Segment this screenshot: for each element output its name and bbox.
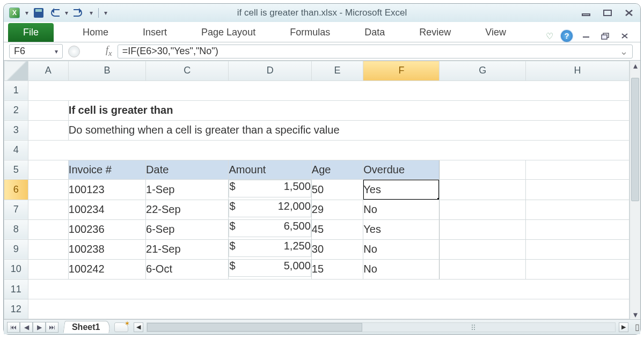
cell[interactable]	[525, 239, 629, 259]
vertical-scrollbar[interactable]: ▴ ▾	[630, 61, 640, 319]
cell[interactable]	[28, 280, 629, 299]
table-header[interactable]: Invoice #	[68, 160, 145, 180]
ribbon-minimize-icon[interactable]: ♡	[546, 31, 553, 41]
row-header[interactable]: 3	[4, 120, 28, 140]
table-header[interactable]: Date	[146, 160, 229, 180]
cell-overdue[interactable]: Yes	[363, 219, 440, 239]
cell-amount[interactable]: $5,000	[229, 259, 311, 277]
vertical-scroll-thumb[interactable]	[631, 78, 639, 201]
cell-overdue[interactable]: No	[363, 259, 440, 279]
help-icon[interactable]: ?	[561, 30, 573, 42]
horizontal-scrollbar[interactable]: ◀ ▶	[134, 322, 628, 332]
cell[interactable]	[28, 219, 68, 239]
cell[interactable]	[28, 100, 68, 120]
col-header[interactable]: C	[146, 61, 229, 81]
row-header[interactable]: 1	[4, 80, 28, 100]
cell-invoice[interactable]: 100234	[68, 200, 145, 219]
col-header-selected[interactable]: F	[363, 61, 440, 81]
tab-home[interactable]: Home	[76, 23, 115, 42]
cell-overdue-selected[interactable]: Yes	[363, 180, 440, 200]
cell-overdue[interactable]: No	[363, 200, 440, 219]
cell[interactable]	[525, 200, 629, 219]
new-sheet-icon[interactable]	[114, 322, 128, 332]
cell[interactable]	[440, 239, 525, 259]
cell[interactable]	[28, 299, 629, 319]
col-header[interactable]: D	[229, 61, 311, 81]
redo-icon[interactable]	[74, 9, 84, 17]
cell[interactable]	[525, 160, 629, 180]
tab-insert[interactable]: Insert	[136, 23, 173, 42]
row-header[interactable]: 11	[4, 280, 28, 299]
table-header[interactable]: Amount	[229, 160, 311, 180]
subtitle-cell[interactable]: Do something when a cell is greater than…	[68, 120, 629, 140]
cell-date[interactable]: 21-Sep	[146, 239, 229, 259]
cell-date[interactable]: 1-Sep	[146, 180, 229, 200]
cancel-formula-icon[interactable]	[68, 46, 80, 57]
name-box-dropdown-icon[interactable]: ▾	[55, 48, 58, 55]
row-header[interactable]: 5	[4, 160, 28, 180]
row-header[interactable]: 12	[4, 299, 28, 319]
cell[interactable]	[28, 239, 68, 259]
formula-input[interactable]: =IF(E6>30,"Yes","No") ⌄	[118, 45, 633, 58]
cell[interactable]	[28, 120, 68, 140]
scroll-up-icon[interactable]: ▴	[630, 61, 640, 70]
sheet-nav-prev-icon[interactable]: ◀	[20, 322, 33, 333]
undo-icon[interactable]	[49, 9, 60, 17]
cell[interactable]	[28, 200, 68, 219]
cell-invoice[interactable]: 100236	[68, 219, 145, 239]
row-header[interactable]: 9	[4, 239, 28, 259]
cell-amount[interactable]: $1,250	[229, 239, 311, 257]
select-all-corner[interactable]	[4, 61, 28, 81]
cell-age[interactable]: 15	[311, 259, 363, 279]
col-header[interactable]: H	[525, 61, 629, 81]
spreadsheet-grid[interactable]: A B C D E F G H 1 2 If cell is greater t…	[4, 61, 630, 319]
fx-icon[interactable]: fx	[106, 45, 112, 58]
row-header[interactable]: 8	[4, 219, 28, 239]
cell[interactable]	[525, 180, 629, 200]
workbook-minimize-icon[interactable]	[580, 31, 592, 41]
cell-age[interactable]: 45	[311, 219, 363, 239]
row-header-selected[interactable]: 6	[4, 180, 28, 200]
workbook-restore-icon[interactable]	[599, 31, 611, 41]
cell[interactable]	[28, 180, 68, 200]
scroll-left-icon[interactable]: ◀	[134, 322, 143, 332]
cell[interactable]	[28, 259, 68, 279]
cell[interactable]	[525, 219, 629, 239]
cell[interactable]	[440, 180, 525, 200]
minimize-icon[interactable]	[580, 8, 592, 18]
sheet-nav-last-icon[interactable]: ⏭	[46, 322, 58, 333]
table-header[interactable]: Overdue	[363, 160, 440, 180]
cell-date[interactable]: 6-Oct	[146, 259, 229, 279]
horizontal-scroll-track[interactable]	[147, 322, 616, 332]
col-header[interactable]: G	[440, 61, 525, 81]
sheet-nav-first-icon[interactable]: ⏮	[7, 322, 20, 333]
cell[interactable]	[440, 200, 525, 219]
cell-invoice[interactable]: 100242	[68, 259, 145, 279]
name-box[interactable]: F6 ▾	[9, 44, 63, 58]
cell-overdue[interactable]: No	[363, 239, 440, 259]
col-header[interactable]: B	[68, 61, 145, 81]
cell-age[interactable]: 50	[311, 180, 363, 200]
cell[interactable]	[28, 80, 629, 100]
tab-review[interactable]: Review	[413, 23, 457, 42]
scroll-right-icon[interactable]: ▶	[619, 322, 628, 332]
cell[interactable]	[525, 259, 629, 279]
table-header[interactable]: Age	[311, 160, 363, 180]
cell-amount[interactable]: $12,000	[229, 200, 311, 217]
undo-dropdown-icon[interactable]: ▾	[65, 9, 68, 17]
qat-customize-icon[interactable]: ▾	[104, 9, 107, 17]
split-handle-icon[interactable]: ▯	[634, 322, 640, 332]
row-header[interactable]: 4	[4, 140, 28, 160]
sheet-tab-active[interactable]: Sheet1	[63, 321, 111, 333]
excel-icon[interactable]	[9, 8, 20, 18]
row-header[interactable]: 10	[4, 259, 28, 279]
row-header[interactable]: 7	[4, 200, 28, 219]
cell[interactable]	[28, 160, 68, 180]
tab-data[interactable]: Data	[358, 23, 391, 42]
scroll-down-icon[interactable]: ▾	[630, 310, 640, 319]
excel-menu-dropdown-icon[interactable]: ▾	[25, 9, 28, 17]
cell[interactable]	[440, 259, 525, 279]
cell-amount[interactable]: $6,500	[229, 219, 311, 237]
maximize-icon[interactable]	[602, 8, 613, 18]
horizontal-scroll-thumb[interactable]	[147, 323, 362, 332]
